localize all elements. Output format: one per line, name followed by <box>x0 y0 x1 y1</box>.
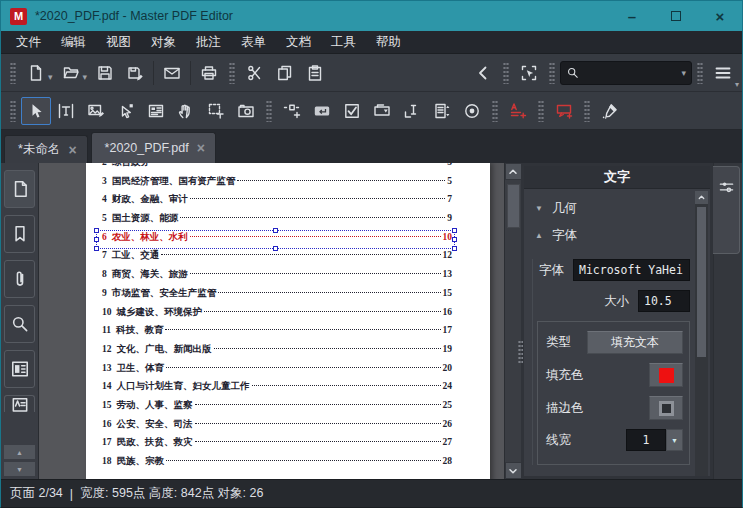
save-as-button[interactable] <box>120 59 150 87</box>
toc-entry[interactable]: 11科技、教育17 <box>102 324 452 343</box>
document-tab[interactable]: *2020_PDF.pdf× <box>91 132 216 163</box>
search-panel-button[interactable] <box>4 305 35 343</box>
scroll-down-button[interactable] <box>505 462 522 479</box>
toolbar-grip[interactable] <box>10 62 16 84</box>
checkbox-tool-button[interactable] <box>337 97 367 125</box>
sidebar-scroll-down-button[interactable]: ▼ <box>4 462 35 476</box>
font-family-input[interactable] <box>573 259 690 281</box>
sidebar-scroll-up-button[interactable]: ▲ <box>4 445 35 459</box>
copy-button[interactable] <box>270 59 300 87</box>
layers-panel-button[interactable] <box>4 350 35 388</box>
close-button[interactable]: × <box>698 1 742 31</box>
document-tab[interactable]: *未命名× <box>4 135 88 163</box>
callout-annotation-button[interactable] <box>549 97 579 125</box>
save-button[interactable] <box>90 59 120 87</box>
bookmarks-panel-button[interactable] <box>4 215 35 253</box>
toc-entry[interactable]: 12文化、广电、新闻出版19 <box>102 343 452 362</box>
toc-entry[interactable]: 16公安、安全、司法26 <box>102 418 452 437</box>
select-tool-button[interactable] <box>21 97 51 125</box>
combobox-tool-button[interactable] <box>367 97 397 125</box>
section-geometry[interactable]: ▼ 几何 <box>532 195 690 222</box>
highlighter-tool-button[interactable] <box>595 97 625 125</box>
back-button[interactable] <box>468 59 498 87</box>
add-node-tool-button[interactable] <box>277 97 307 125</box>
email-button[interactable] <box>157 59 187 87</box>
toc-entry[interactable]: 9市场监管、安全生产监管15 <box>102 287 452 306</box>
toc-entry[interactable]: 13卫生、体育20 <box>102 362 452 381</box>
text-type-dropdown[interactable]: 填充文本 <box>587 331 683 354</box>
toc-entry[interactable]: 15劳动、人事、监察25 <box>102 399 452 418</box>
menu-item[interactable]: 视图 <box>96 32 141 53</box>
selection-handle[interactable] <box>94 228 99 233</box>
main-menu-button[interactable]: ▾ <box>708 59 738 87</box>
toc-entry[interactable]: 2综合政务3 <box>102 163 452 175</box>
selection-handle[interactable] <box>94 246 99 251</box>
select-area-tool-button[interactable] <box>201 97 231 125</box>
cut-button[interactable] <box>240 59 270 87</box>
section-font[interactable]: ▲ 字体 <box>532 222 690 249</box>
menu-item[interactable]: 工具 <box>321 32 366 53</box>
menu-item[interactable]: 文档 <box>276 32 321 53</box>
selection-handle[interactable] <box>94 237 99 242</box>
new-document-button[interactable] <box>21 59 51 87</box>
toc-entry[interactable]: 4财政、金融、审计7 <box>102 193 452 212</box>
paste-button[interactable] <box>300 59 330 87</box>
edit-image-tool-button[interactable] <box>81 97 111 125</box>
toolbar-grip[interactable] <box>697 62 703 84</box>
selection-handle[interactable] <box>452 237 457 242</box>
menu-item[interactable]: 表单 <box>231 32 276 53</box>
tab-close-icon[interactable]: × <box>68 143 76 157</box>
menu-item[interactable]: 文件 <box>6 32 51 53</box>
fill-color-button[interactable] <box>649 363 683 387</box>
add-text-annotation-button[interactable] <box>503 97 533 125</box>
pages-panel-button[interactable] <box>4 170 35 208</box>
pdf-page[interactable]: 2综合政务33国民经济管理、国有资产监管54财政、金融、审计75国土资源、能源9… <box>86 163 490 479</box>
search-input[interactable] <box>584 66 677 80</box>
toolbar-grip[interactable] <box>538 100 544 122</box>
selection-handle[interactable] <box>452 246 457 251</box>
snapshot-tool-button[interactable] <box>231 97 261 125</box>
print-button[interactable] <box>194 59 224 87</box>
toc-entry[interactable]: 18民族、宗教28 <box>102 455 452 474</box>
panel-scrollbar[interactable] <box>695 191 708 476</box>
minimize-button[interactable]: – <box>610 1 654 31</box>
panel-scroll-up-button[interactable] <box>695 191 708 204</box>
panel-scrollbar-thumb[interactable] <box>697 207 706 357</box>
text-field-tool-button[interactable] <box>397 97 427 125</box>
tab-close-icon[interactable]: × <box>197 141 205 155</box>
toc-entry[interactable]: 14人口与计划生育、妇女儿童工作24 <box>102 380 452 399</box>
list-box-tool-button[interactable] <box>427 97 457 125</box>
edit-form-tool-button[interactable] <box>141 97 171 125</box>
toolbar-grip[interactable] <box>549 62 555 84</box>
stroke-color-button[interactable] <box>649 396 683 420</box>
panel-splitter-grip[interactable] <box>518 340 523 364</box>
toc-entry[interactable]: 7工业、交通12 <box>102 249 452 268</box>
hand-tool-button[interactable] <box>171 97 201 125</box>
menu-item[interactable]: 批注 <box>186 32 231 53</box>
scrollbar-thumb[interactable] <box>507 184 520 228</box>
edit-text-tool-button[interactable] <box>51 97 81 125</box>
menu-item[interactable]: 编辑 <box>51 32 96 53</box>
attachments-panel-button[interactable] <box>4 260 35 298</box>
toolbar-grip[interactable] <box>584 100 590 122</box>
menu-item[interactable]: 对象 <box>141 32 186 53</box>
search-dropdown[interactable]: ▾ <box>681 68 686 78</box>
toolbar-grip[interactable] <box>266 100 272 122</box>
toolbar-grip[interactable] <box>503 62 509 84</box>
toc-entry[interactable]: 3国民经济管理、国有资产监管5 <box>102 175 452 194</box>
document-scrollbar[interactable] <box>504 163 521 479</box>
toc-entry[interactable]: 5国土资源、能源9 <box>102 212 452 231</box>
scroll-up-button[interactable] <box>505 163 522 180</box>
line-width-dropdown-button[interactable]: ▼ <box>666 429 683 451</box>
form-fields-panel-button[interactable] <box>4 395 35 412</box>
edit-path-tool-button[interactable] <box>111 97 141 125</box>
toolbar-grip[interactable] <box>492 100 498 122</box>
toc-entry[interactable]: 17民政、扶贫、救灾27 <box>102 436 452 455</box>
toolbar-grip[interactable] <box>10 100 16 122</box>
toc-entry[interactable]: 8商贸、海关、旅游13 <box>102 268 452 287</box>
toc-entry[interactable]: 10城乡建设、环境保护16 <box>102 306 452 325</box>
toc-entry[interactable]: 6农业、林业、水利10 <box>102 231 452 250</box>
font-size-input[interactable] <box>638 290 690 312</box>
open-file-button[interactable] <box>56 59 86 87</box>
document-view[interactable]: 2综合政务33国民经济管理、国有资产监管54财政、金融、审计75国土资源、能源9… <box>39 163 504 479</box>
